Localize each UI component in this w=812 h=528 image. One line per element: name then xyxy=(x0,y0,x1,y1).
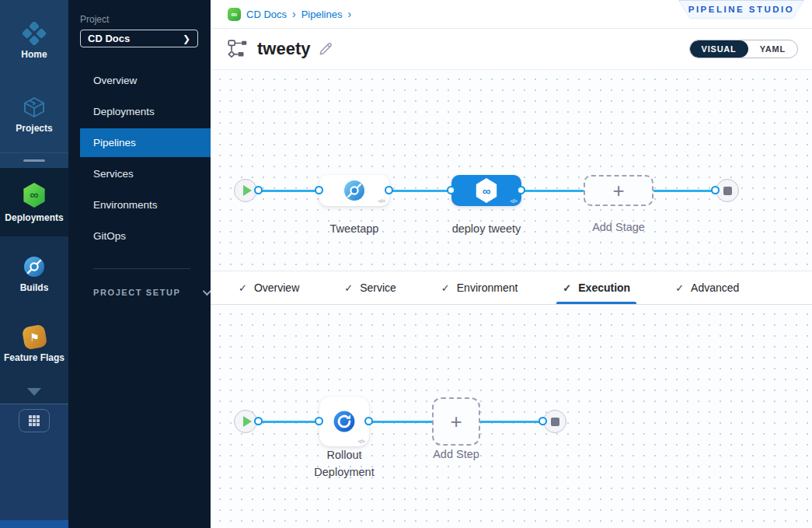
stage-node-tweetapp[interactable]: </> xyxy=(319,175,389,206)
sidebar-divider xyxy=(93,268,190,269)
tab-label: Execution xyxy=(578,281,630,294)
visual-yaml-toggle: VISUAL YAML xyxy=(689,40,799,58)
connector-port[interactable] xyxy=(315,417,323,425)
sidebar-item-overview[interactable]: Overview xyxy=(68,65,211,96)
code-glyph: </> xyxy=(378,198,385,205)
connector-port[interactable] xyxy=(364,417,373,425)
tab-service[interactable]: ✓Service xyxy=(344,271,396,304)
toggle-yaml-button[interactable]: YAML xyxy=(748,40,797,58)
rail-item-label: Deployments xyxy=(5,213,63,223)
breadcrumb-link-project[interactable]: CD Docs xyxy=(246,9,287,20)
step-label-rollout-deployment: Rollout Deployment xyxy=(301,447,387,481)
code-glyph: </> xyxy=(357,438,364,445)
stage-node-deploy-tweety[interactable]: ∞ </> xyxy=(451,175,521,206)
rail-item-projects[interactable]: Projects xyxy=(0,85,68,145)
connector-port[interactable] xyxy=(538,417,547,425)
connector-port[interactable] xyxy=(254,186,263,194)
rail-item-label: Builds xyxy=(20,283,49,293)
pipeline-title-bar: tweety VISUAL YAML xyxy=(211,29,812,70)
toggle-visual-button[interactable]: VISUAL xyxy=(690,40,748,58)
tab-label: Environment xyxy=(457,281,518,294)
connector-port[interactable] xyxy=(517,186,525,194)
connector-port[interactable] xyxy=(315,186,323,194)
cd-module-icon: ∞ xyxy=(228,8,241,21)
play-icon xyxy=(243,185,252,196)
rail-footer-strip xyxy=(0,520,68,528)
module-grid-button[interactable] xyxy=(19,409,50,432)
rail-item-feature-flags[interactable]: ⚑ Feature Flags xyxy=(0,315,68,374)
rail-item-builds[interactable]: Builds xyxy=(0,244,68,304)
connector-port[interactable] xyxy=(254,417,263,425)
execution-canvas[interactable]: </> + Rollout Deployment Add Step xyxy=(211,305,812,528)
rail-top-section: Home Projects xyxy=(0,0,68,168)
plus-icon: + xyxy=(450,411,462,432)
stop-icon xyxy=(551,418,559,426)
chevron-right-icon: ❯ xyxy=(183,33,190,44)
check-icon: ✓ xyxy=(344,282,353,294)
tab-execution[interactable]: ✓Execution xyxy=(563,271,630,304)
stage-canvas[interactable]: </> ∞ </> + Tweetapp deploy tweety Add S… xyxy=(211,70,812,271)
tab-environment[interactable]: ✓Environment xyxy=(441,271,518,304)
main-content: PIPELINE STUDIO ∞ CD Docs › Pipelines › … xyxy=(211,0,812,528)
check-icon: ✓ xyxy=(675,282,684,294)
step-node-rollout-deployment[interactable]: </> xyxy=(319,397,369,446)
sidebar-item-services[interactable]: Services xyxy=(68,158,211,189)
connector-port[interactable] xyxy=(711,186,720,194)
deploy-stage-icon: ∞ xyxy=(475,178,498,203)
step-connector-line xyxy=(246,421,555,423)
add-step-button[interactable]: + xyxy=(432,397,480,446)
connector-port[interactable] xyxy=(385,186,393,194)
rail-modules-section: ∞ Deployments Builds ⚑ Feature Flags xyxy=(0,168,68,404)
rail-item-deployments[interactable]: ∞ Deployments xyxy=(0,168,68,236)
rail-bottom-section xyxy=(0,404,68,528)
step-label-add-step: Add Step xyxy=(433,448,479,460)
check-icon: ✓ xyxy=(239,282,247,294)
project-setup-toggle[interactable]: PROJECT SETUP xyxy=(93,288,211,297)
sidebar-item-pipelines[interactable]: Pipelines xyxy=(80,128,211,157)
infinity-glyph: ∞ xyxy=(232,10,238,19)
project-nav-list: Overview Deployments Pipelines Services … xyxy=(68,65,211,251)
page-title: tweety xyxy=(257,39,310,59)
projects-icon xyxy=(23,96,46,119)
feature-flags-icon: ⚑ xyxy=(21,323,47,350)
code-glyph: </> xyxy=(510,198,517,205)
rail-item-label: Projects xyxy=(16,124,52,134)
project-setup-label: PROJECT SETUP xyxy=(93,288,181,297)
project-selector[interactable]: CD Docs ❯ xyxy=(80,30,198,47)
tab-label: Advanced xyxy=(691,281,739,294)
sidebar-item-environments[interactable]: Environments xyxy=(68,189,211,220)
chevron-down-icon xyxy=(202,287,211,295)
tab-advanced[interactable]: ✓Advanced xyxy=(675,271,739,304)
stage-label-add-stage: Add Stage xyxy=(592,221,645,233)
module-rail: Home Projects ∞ Deployments Builds ⚑ Fea… xyxy=(0,0,68,528)
tab-overview[interactable]: ✓Overview xyxy=(239,271,299,304)
rail-item-label: Home xyxy=(21,50,47,60)
sidebar-item-deployments[interactable]: Deployments xyxy=(68,96,211,127)
tab-label: Service xyxy=(360,281,396,294)
pipeline-studio-badge: PIPELINE STUDIO xyxy=(678,0,804,19)
chevron-right-icon: › xyxy=(347,8,351,20)
home-icon xyxy=(23,22,46,45)
check-icon: ✓ xyxy=(441,282,450,294)
pipeline-icon xyxy=(228,40,248,58)
play-icon xyxy=(243,416,252,427)
pipeline-studio-badge-label: PIPELINE STUDIO xyxy=(679,1,803,19)
grid-icon xyxy=(28,414,40,427)
breadcrumb-link-pipelines[interactable]: Pipelines xyxy=(301,9,343,20)
rollout-step-icon xyxy=(333,410,356,433)
plus-icon: + xyxy=(612,180,624,201)
stage-config-tabs: ✓Overview ✓Service ✓Environment ✓Executi… xyxy=(211,271,812,305)
tab-label: Overview xyxy=(254,281,299,294)
rail-more-modules-chevron-icon[interactable] xyxy=(27,388,41,396)
connector-port[interactable] xyxy=(447,186,455,194)
rail-divider xyxy=(0,152,68,153)
rail-item-home[interactable]: Home xyxy=(0,11,68,71)
sidebar-item-gitops[interactable]: GitOps xyxy=(68,220,211,251)
stage-label-tweetapp: Tweetapp xyxy=(330,222,379,235)
project-name: CD Docs xyxy=(88,33,130,44)
chevron-right-icon: › xyxy=(292,8,296,20)
stop-icon xyxy=(723,187,732,195)
edit-pencil-icon[interactable] xyxy=(318,42,333,57)
add-stage-button[interactable]: + xyxy=(584,175,653,206)
svg-text:∞: ∞ xyxy=(30,189,38,202)
